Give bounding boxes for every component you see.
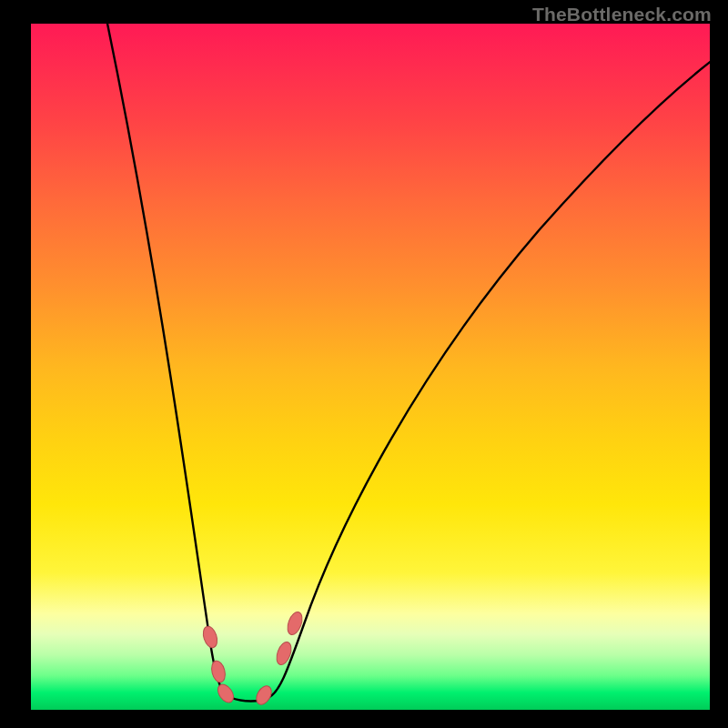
- watermark-text: TheBottleneck.com: [532, 4, 712, 25]
- marker-group: [201, 610, 305, 707]
- curve-marker: [209, 660, 227, 684]
- curve-marker: [253, 683, 274, 707]
- curve-marker: [215, 682, 237, 705]
- curve-layer: [31, 24, 710, 710]
- bottleneck-curve: [106, 24, 710, 702]
- chart-frame: TheBottleneck.com: [0, 0, 728, 728]
- curve-marker: [201, 624, 220, 649]
- plot-area: [31, 24, 710, 710]
